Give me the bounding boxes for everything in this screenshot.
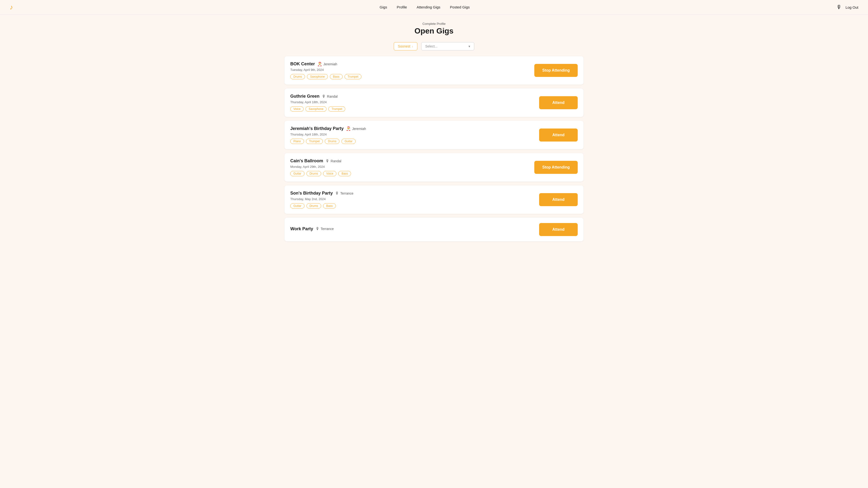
host-name: Randal — [327, 94, 338, 98]
gig-title: Work Party — [290, 226, 313, 232]
page-subtitle: Complete Profile — [5, 22, 863, 26]
gig-date: Thursday, May 2nd, 2024 — [290, 197, 539, 201]
stop-attending-button[interactable]: Stop Attending — [534, 64, 578, 77]
instrument-filter[interactable]: Select... ▾ — [421, 42, 474, 51]
host-avatar-icon: 🎙 — [316, 226, 319, 231]
host-name: Terrance — [321, 227, 334, 231]
gig-info: BOK Center 🎅 Jeremiah Tuesday, April 9th… — [290, 61, 534, 79]
instrument-tag: Trumpet — [329, 106, 345, 112]
page-title: Open Gigs — [5, 27, 863, 35]
attend-button[interactable]: Attend — [539, 128, 578, 142]
instrument-tag: Saxophone — [306, 106, 327, 112]
instrument-tag: Bass — [330, 74, 343, 79]
stop-attending-button[interactable]: Stop Attending — [534, 161, 578, 174]
gig-host: 🎙 Terrance — [316, 226, 334, 231]
instrument-tag: Trumpet — [345, 74, 362, 79]
attend-button[interactable]: Attend — [539, 193, 578, 206]
gig-title: Jeremiah's Birthday Party — [290, 126, 344, 131]
instrument-tag: Saxophone — [307, 74, 328, 79]
instrument-tag: Guitar — [341, 139, 355, 144]
user-avatar-icon: 🎙 — [836, 4, 842, 10]
gig-host: 🎙 Randal — [326, 159, 341, 163]
instrument-tag: Bass — [323, 203, 336, 209]
gig-title: Son's Birthday Party — [290, 191, 333, 196]
nav-right: 🎙 Log Out — [836, 4, 858, 10]
gig-title: Guthrie Green — [290, 94, 319, 99]
gig-title: Cain's Ballroom — [290, 158, 323, 163]
sort-label: Soonest — [398, 44, 410, 48]
nav-attending-gigs[interactable]: Attending Gigs — [416, 5, 440, 9]
sort-arrow-icon: ↓ — [412, 44, 413, 48]
select-placeholder: Select... — [425, 44, 438, 48]
host-avatar-icon: 🎙 — [326, 159, 329, 163]
gig-host: 🎙 Terrance — [335, 191, 353, 195]
host-avatar-icon: 🎅 — [346, 126, 351, 131]
instrument-tag: Guitar — [290, 203, 305, 209]
gig-tags: GuitarDrumsVoiceBass — [290, 171, 534, 176]
nav-posted-gigs[interactable]: Posted Gigs — [450, 5, 470, 9]
instrument-tag: Trumpet — [306, 139, 323, 144]
filters-row: Soonest ↓ Select... ▾ — [0, 39, 868, 56]
instrument-tag: Drums — [290, 74, 305, 79]
gig-card: Work Party 🎙 Terrance Attend — [284, 218, 584, 241]
host-avatar-icon: 🎅 — [317, 62, 322, 66]
gig-title-row: Work Party 🎙 Terrance — [290, 226, 539, 232]
gig-date: Tuesday, April 9th, 2024 — [290, 68, 534, 71]
gig-card: BOK Center 🎅 Jeremiah Tuesday, April 9th… — [284, 56, 584, 85]
instrument-tag: Drums — [325, 139, 340, 144]
host-name: Jeremiah — [323, 62, 337, 66]
instrument-tag: Piano — [290, 139, 304, 144]
gig-info: Jeremiah's Birthday Party 🎅 Jeremiah Thu… — [290, 126, 539, 144]
logo-icon: ♪ — [10, 3, 13, 11]
gig-host: 🎅 Jeremiah — [346, 126, 366, 131]
page-header: Complete Profile Open Gigs — [0, 15, 868, 39]
select-chevron-icon: ▾ — [468, 44, 470, 48]
gig-info: Work Party 🎙 Terrance — [290, 226, 539, 233]
instrument-tag: Guitar — [290, 171, 305, 176]
gig-card: Jeremiah's Birthday Party 🎅 Jeremiah Thu… — [284, 121, 584, 149]
gigs-list: BOK Center 🎅 Jeremiah Tuesday, April 9th… — [275, 56, 593, 251]
nav-profile[interactable]: Profile — [397, 5, 407, 9]
gig-date: Thursday, April 18th, 2024 — [290, 132, 539, 136]
gig-tags: PianoTrumpetDrumsGuitar — [290, 139, 539, 144]
gig-card: Cain's Ballroom 🎙 Randal Monday, April 2… — [284, 153, 584, 182]
instrument-tag: Bass — [338, 171, 351, 176]
gig-host: 🎅 Jeremiah — [317, 62, 337, 66]
nav-links: Gigs Profile Attending Gigs Posted Gigs — [380, 5, 470, 9]
host-name: Terrance — [340, 191, 353, 195]
nav-gigs[interactable]: Gigs — [380, 5, 387, 9]
gig-info: Son's Birthday Party 🎙 Terrance Thursday… — [290, 191, 539, 209]
gig-title-row: Son's Birthday Party 🎙 Terrance — [290, 191, 539, 196]
gig-info: Guthrie Green 🎙 Randal Thursday, April 1… — [290, 94, 539, 112]
gig-title: BOK Center — [290, 61, 315, 66]
gig-title-row: BOK Center 🎅 Jeremiah — [290, 61, 534, 66]
instrument-tag: Voice — [323, 171, 336, 176]
host-avatar-icon: 🎙 — [335, 191, 339, 195]
gig-title-row: Guthrie Green 🎙 Randal — [290, 94, 539, 99]
sort-button[interactable]: Soonest ↓ — [394, 42, 417, 51]
host-name: Jeremiah — [352, 127, 366, 131]
gig-card: Guthrie Green 🎙 Randal Thursday, April 1… — [284, 89, 584, 117]
gig-host: 🎙 Randal — [322, 94, 338, 99]
gig-card: Son's Birthday Party 🎙 Terrance Thursday… — [284, 185, 584, 214]
instrument-tag: Drums — [306, 203, 321, 209]
attend-button[interactable]: Attend — [539, 96, 578, 109]
gig-info: Cain's Ballroom 🎙 Randal Monday, April 2… — [290, 158, 534, 176]
navbar: ♪ Gigs Profile Attending Gigs Posted Gig… — [0, 0, 868, 15]
instrument-tag: Drums — [306, 171, 321, 176]
gig-tags: VoiceSaxophoneTrumpet — [290, 106, 539, 112]
instrument-tag: Voice — [290, 106, 304, 112]
gig-tags: DrumsSaxophoneBassTrumpet — [290, 74, 534, 79]
attend-button[interactable]: Attend — [539, 223, 578, 236]
gig-date: Monday, April 29th, 2024 — [290, 165, 534, 169]
host-avatar-icon: 🎙 — [322, 94, 326, 99]
gig-title-row: Cain's Ballroom 🎙 Randal — [290, 158, 534, 163]
logout-button[interactable]: Log Out — [845, 5, 858, 9]
gig-tags: GuitarDrumsBass — [290, 203, 539, 209]
gig-date: Thursday, April 18th, 2024 — [290, 100, 539, 104]
gig-title-row: Jeremiah's Birthday Party 🎅 Jeremiah — [290, 126, 539, 131]
host-name: Randal — [331, 159, 341, 163]
